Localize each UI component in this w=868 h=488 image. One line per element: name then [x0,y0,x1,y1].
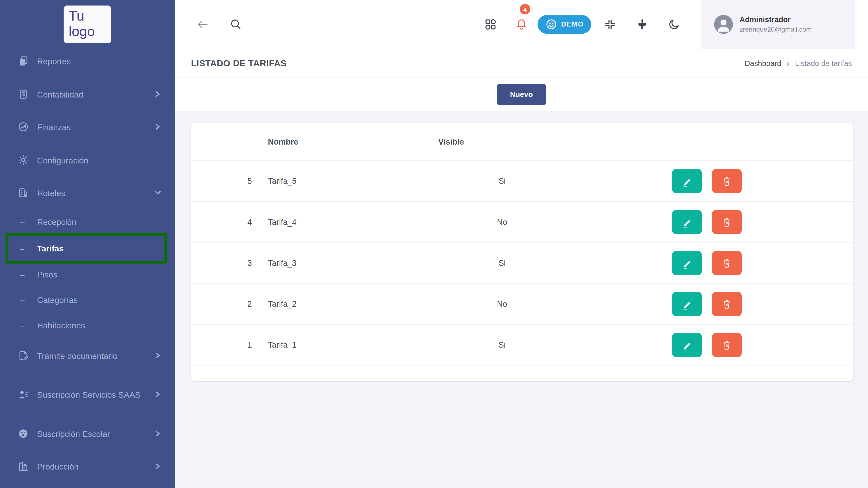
delete-button[interactable] [712,292,742,316]
sidebar-item-reportes[interactable]: Reportes [0,53,175,69]
breadcrumb: Dashboard Listado de tarifas [745,59,852,68]
table-row: 4 Tarifa_4 No [191,202,853,243]
new-button[interactable]: Nuevo [497,84,546,105]
chevron-down-icon [154,189,161,196]
row-actions [625,169,853,193]
row-visible-cell: Si [379,176,625,185]
row-id-cell: 1 [191,340,252,349]
sidebar-item-suscripcion-escolar[interactable]: Suscripción Escolar [0,425,175,442]
page-title: LISTADO DE TARIFAS [191,59,286,68]
chevron-right-icon [154,430,161,437]
topbar: 4 DEMO Administrador zrenrique20@gmail.c… [175,0,868,49]
sidebar-item-label: Producción [37,460,79,472]
moon-icon[interactable] [666,0,682,49]
header-nombre: Nombre [252,137,379,146]
row-nombre-cell: Tarifa_3 [252,258,379,267]
chevron-right-icon [154,391,161,397]
delete-button[interactable] [712,210,742,234]
sidebar-item-label: Finanzas [37,121,71,133]
table-row: 5 Tarifa_5 Si [191,161,853,202]
sidebar-item-label: Hoteles [37,187,65,199]
row-nombre-cell: Tarifa_1 [252,340,379,349]
chevron-right-icon [154,91,161,97]
row-nombre-cell: Tarifa_5 [252,176,379,185]
sidebar-item-recepcion[interactable]: Recepción [0,213,175,230]
demo-button[interactable]: DEMO [537,15,591,34]
table-row: 2 Tarifa_2 No [191,283,853,324]
sidebar-item-hoteles[interactable]: Hoteles [0,184,175,201]
row-id-cell: 2 [191,299,252,308]
page-header: LISTADO DE TARIFAS Dashboard Listado de … [175,49,868,78]
smiley-icon [545,18,557,30]
delete-button[interactable] [712,250,742,275]
brush-icon[interactable] [634,0,650,49]
row-id-cell: 3 [191,258,252,267]
user-email: zrenrique20@gmail.com [740,25,812,33]
dash-bullet [20,217,25,226]
sidebar-item-contabilidad[interactable]: Contabilidad [0,86,175,102]
sidebar-item-suscripcion-saas[interactable]: Suscripción Servicios SAAS [0,378,175,411]
table-row: 1 Tarifa_1 Si [191,325,853,365]
file-edit-icon [17,349,29,361]
app-root: Tu logo Reportes Contabilidad Finanzas C… [0,0,868,488]
tarifas-table-card: Nombre Visible 5 Tarifa_5 Si 4 Tarifa_4 … [191,123,853,381]
row-id-cell: 4 [191,217,252,226]
avatar [714,15,733,34]
sidebar-item-finanzas[interactable]: Finanzas [0,119,175,135]
sidebar-item-label: Suscripción Escolar [37,428,110,439]
trend-circle-icon [17,121,29,133]
sidebar-item-pisos[interactable]: Pisos [0,266,175,282]
app-logo[interactable]: Tu logo [64,5,111,43]
edit-button[interactable] [672,292,702,316]
breadcrumb-current: Listado de tarifas [795,59,852,68]
sidebar-item-label: Reportes [37,55,71,67]
sidebar-item-categorias[interactable]: Categorías [0,291,175,308]
compress-icon[interactable] [602,0,618,49]
edit-button[interactable] [672,250,702,275]
edit-button[interactable] [672,210,702,234]
row-actions [625,250,853,275]
demo-label: DEMO [561,21,584,28]
factory-icon [17,460,29,472]
bell-icon[interactable]: 4 [514,0,529,49]
edit-button[interactable] [672,333,702,357]
sidebar-item-label: Categorías [37,294,78,305]
sidebar-item-configuracion[interactable]: Configuración [0,152,175,168]
notification-badge: 4 [520,4,530,14]
delete-button[interactable] [712,169,742,193]
row-visible-cell: No [379,299,625,308]
table-header-row: Nombre Visible [191,123,853,161]
breadcrumb-dashboard[interactable]: Dashboard [745,59,781,68]
apps-grid-icon[interactable] [483,0,498,49]
hotel-icon [17,187,29,199]
copy-icon [17,55,29,67]
header-visible: Visible [379,137,523,146]
chevron-right-icon [154,352,161,359]
row-visible-cell: Si [379,258,625,267]
sidebar-item-label: Suscripción Servicios SAAS [37,388,141,400]
dash-bullet [20,320,25,330]
sidebar-item-label: Configuración [37,154,88,166]
sidebar-item-tramite-documentario[interactable]: Trámite documentario [0,347,175,364]
row-nombre-cell: Tarifa_4 [252,217,379,226]
actions-toolbar: Nuevo [175,78,868,111]
chevron-right-icon [154,463,161,469]
row-visible-cell: Si [379,340,625,349]
sidebar-item-label: Habitaciones [37,319,85,331]
sidebar-item-habitaciones[interactable]: Habitaciones [0,317,175,333]
dash-bullet [20,295,25,304]
edit-button[interactable] [672,169,702,193]
row-actions [625,210,853,234]
calculator-icon [17,88,29,100]
sidebar-item-produccion[interactable]: Producción [0,458,175,475]
table-row: 3 Tarifa_3 Si [191,243,853,283]
back-arrow-icon[interactable] [195,0,211,49]
row-nombre-cell: Tarifa_2 [252,299,379,308]
delete-button[interactable] [712,333,742,357]
search-icon[interactable] [228,0,244,49]
sidebar-item-tarifas[interactable]: Tarifas [0,240,175,256]
gear-icon [17,154,29,166]
user-name: Administrador [740,16,812,24]
user-menu[interactable]: Administrador zrenrique20@gmail.com [701,0,855,49]
user-list-icon [17,388,29,400]
